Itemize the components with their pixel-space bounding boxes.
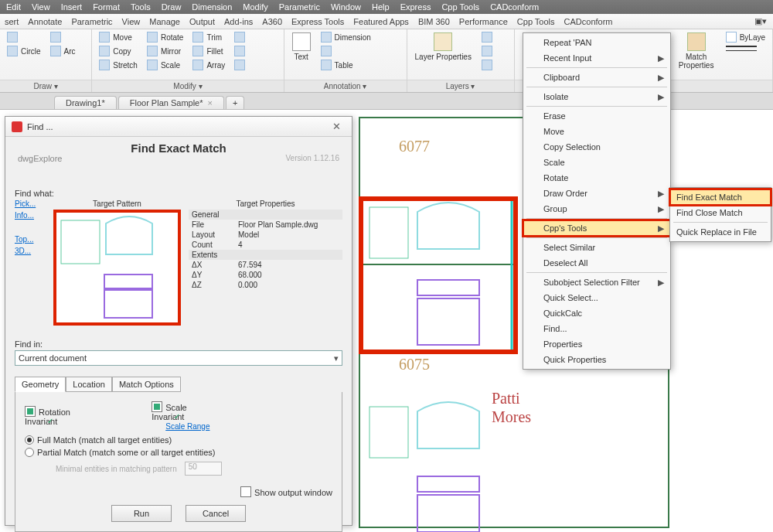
ctx-isolate[interactable]: Isolate▶ (523, 89, 670, 104)
ribtab-manage[interactable]: Manage (149, 17, 180, 26)
layer-properties-button[interactable]: Layer Properties (412, 31, 475, 63)
pick-link[interactable]: Pick... (15, 200, 46, 208)
polyline-button[interactable] (48, 31, 78, 43)
rotate-button[interactable]: Rotate (145, 31, 186, 43)
linetype-combo[interactable] (724, 49, 768, 52)
ribbon-tabs[interactable]: sert Annotate Parametric View Manage Out… (0, 14, 773, 29)
modify-extra1[interactable] (232, 31, 247, 43)
ctx-copy-selection[interactable]: Copy Selection (523, 139, 670, 155)
ribtab-annotate[interactable]: Annotate (28, 17, 62, 26)
scale-button[interactable]: Scale (145, 59, 186, 71)
lineweight-combo[interactable] (724, 45, 768, 48)
menu-parametric[interactable]: Parametric (279, 2, 320, 12)
partial-match-radio[interactable]: Partial Match (match some or all target … (25, 448, 332, 457)
ribtab-insert[interactable]: sert (5, 17, 19, 26)
panel-modify-title[interactable]: Modify ▾ (92, 80, 283, 92)
line-button[interactable] (5, 31, 43, 43)
menu-dimension[interactable]: Dimension (192, 2, 232, 12)
ribtab-bim360[interactable]: BIM 360 (418, 17, 450, 26)
ctx-subobject-selection-filter[interactable]: Subobject Selection Filter▶ (523, 275, 670, 290)
panel-annotation-title[interactable]: Annotation ▾ (284, 80, 407, 92)
ctx-erase[interactable]: Erase (523, 108, 670, 124)
menu-draw[interactable]: Draw (162, 2, 182, 12)
ctx-draw-order[interactable]: Draw Order▶ (523, 186, 670, 201)
dimension-button[interactable]: Dimension (318, 31, 373, 43)
ctx-rotate[interactable]: Rotate (523, 170, 670, 186)
ctx-properties[interactable]: Properties (523, 336, 670, 352)
move-button[interactable]: Move (97, 31, 140, 43)
ribbon-collapse-icon[interactable]: ▣▾ (753, 16, 768, 26)
layer-x3[interactable] (479, 59, 495, 71)
layer-x2[interactable] (479, 45, 495, 57)
close-icon[interactable]: × (208, 98, 213, 107)
trim-button[interactable]: Trim (190, 31, 227, 43)
ctx-quickcalc[interactable]: QuickCalc (523, 305, 670, 321)
ctx-select-similar[interactable]: Select Similar (523, 240, 670, 255)
tab-geometry[interactable]: Geometry (15, 377, 66, 392)
sub-quick-replace-in-file[interactable]: Quick Replace in File (670, 224, 771, 240)
ribtab-view[interactable]: View (122, 17, 141, 26)
ctx-quick-properties[interactable]: Quick Properties (523, 352, 670, 367)
text-button[interactable]: Text (289, 31, 314, 63)
tab-location[interactable]: Location (66, 377, 112, 392)
close-button[interactable]: ✕ (328, 121, 346, 132)
leader-button[interactable] (318, 45, 373, 57)
mirror-button[interactable]: Mirror (145, 45, 186, 57)
menu-tools[interactable]: Tools (131, 2, 151, 12)
tab-drawing1[interactable]: Drawing1* (54, 96, 117, 109)
menu-express[interactable]: Express (400, 2, 431, 12)
menu-cadconform[interactable]: CADconform (490, 2, 539, 12)
ctx-clipboard[interactable]: Clipboard▶ (523, 70, 670, 85)
ctx-find-[interactable]: Find... (523, 321, 670, 336)
cancel-button[interactable]: Cancel (186, 505, 246, 522)
ctx-group[interactable]: Group▶ (523, 201, 670, 217)
scale-range-link[interactable]: Scale Range (165, 422, 209, 431)
stretch-button[interactable]: Stretch (97, 59, 140, 71)
ctx-deselect-all[interactable]: Deselect All (523, 255, 670, 271)
menu-insert[interactable]: Insert (61, 2, 83, 12)
ribtab-featured[interactable]: Featured Apps (353, 17, 409, 26)
menu-help[interactable]: Help (372, 2, 390, 12)
info-link[interactable]: Info... (15, 211, 46, 220)
app-menubar[interactable]: Edit View Insert Format Tools Draw Dimen… (0, 0, 773, 14)
fillet-button[interactable]: Fillet (190, 45, 227, 57)
rotation-invariant-check[interactable]: Rotation Invariant (25, 406, 105, 426)
modify-extra3[interactable] (232, 59, 247, 71)
menu-edit[interactable]: Edit (6, 2, 21, 12)
sub-find-close-match[interactable]: Find Close Match (670, 205, 771, 220)
ribtab-cpptools[interactable]: Cpp Tools (517, 17, 555, 26)
array-button[interactable]: Array (190, 59, 227, 71)
ribtab-a360[interactable]: A360 (262, 17, 282, 26)
ribtab-parametric[interactable]: Parametric (71, 17, 112, 26)
cpps-tools-submenu[interactable]: Find Exact MatchFind Close MatchQuick Re… (669, 187, 771, 242)
menu-window[interactable]: Window (331, 2, 361, 12)
bylayer-combo[interactable]: ByLaye (724, 31, 768, 43)
table-button[interactable]: Table (318, 59, 373, 71)
match-properties-button[interactable]: Match Properties (674, 31, 719, 71)
copy-button[interactable]: Copy (97, 45, 140, 57)
full-match-radio[interactable]: Full Match (match all target entities) (25, 435, 332, 445)
arc-button[interactable]: Arc (48, 45, 78, 57)
run-button[interactable]: Run (111, 505, 172, 522)
top-link[interactable]: Top... (15, 235, 46, 244)
ctx-quick-select-[interactable]: Quick Select... (523, 290, 670, 305)
tab-add[interactable]: + (226, 96, 244, 109)
ctx-cpp-s-tools[interactable]: Cpp's Tools▶ (523, 220, 670, 236)
layer-x1[interactable] (479, 31, 495, 43)
ribtab-output[interactable]: Output (189, 17, 215, 26)
menu-modify[interactable]: Modify (243, 2, 267, 12)
context-menu[interactable]: Repeat 'PANRecent Input▶Clipboard▶Isolat… (523, 32, 671, 370)
tab-floorplan[interactable]: Floor Plan Sample*× (118, 96, 224, 109)
ribtab-addins[interactable]: Add-ins (224, 17, 253, 26)
ribtab-performance[interactable]: Performance (459, 17, 508, 26)
ctx-recent-input[interactable]: Recent Input▶ (523, 50, 670, 66)
min-entities-input[interactable]: 50 (185, 462, 222, 476)
panel-layers-title[interactable]: Layers ▾ (407, 80, 514, 92)
show-output-check[interactable]: Show output window (240, 486, 332, 497)
3d-link[interactable]: 3D... (15, 247, 46, 255)
scale-invariant-check[interactable]: Scale Invariant (152, 403, 187, 421)
circle-button[interactable]: Circle (5, 45, 43, 57)
ribtab-cadconform[interactable]: CADconform (564, 17, 613, 26)
modify-extra2[interactable] (232, 45, 247, 57)
dialog-titlebar[interactable]: Find ... ✕ (5, 117, 352, 137)
